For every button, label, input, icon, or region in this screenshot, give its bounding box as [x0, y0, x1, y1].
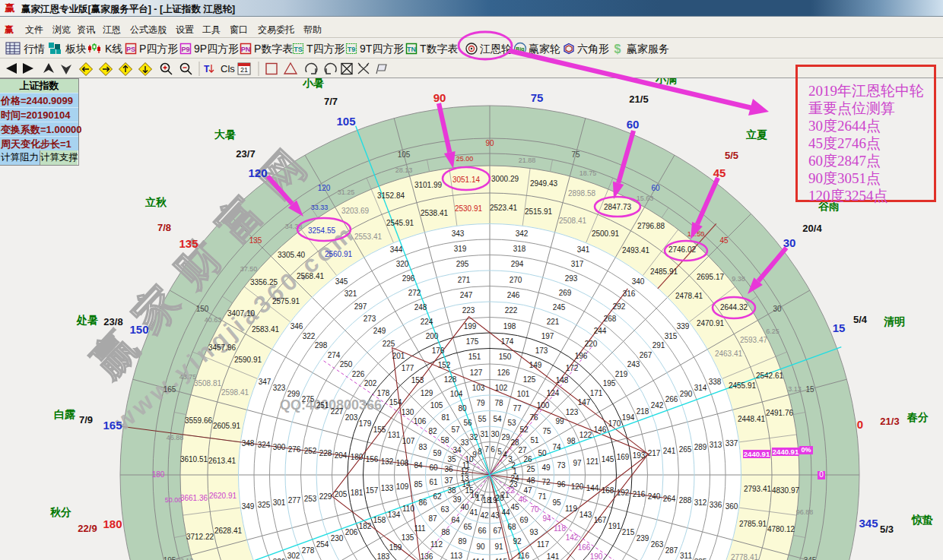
- svg-text:300: 300: [273, 443, 286, 451]
- svg-text:345: 345: [335, 277, 348, 286]
- svg-text:31.25: 31.25: [338, 188, 355, 196]
- svg-text:7: 7: [484, 445, 489, 454]
- svg-text:2746.02: 2746.02: [668, 245, 697, 254]
- svg-text:325: 325: [258, 501, 271, 509]
- svg-text:165: 165: [103, 419, 122, 432]
- svg-text:65: 65: [463, 523, 472, 531]
- svg-text:50: 50: [538, 449, 547, 457]
- svg-text:40: 40: [460, 503, 469, 511]
- svg-text:120: 120: [318, 184, 331, 192]
- svg-text:35: 35: [447, 455, 456, 464]
- svg-text:126: 126: [497, 369, 510, 377]
- svg-text:124: 124: [547, 389, 560, 397]
- svg-text:312: 312: [694, 498, 707, 507]
- svg-text:86: 86: [418, 498, 427, 507]
- svg-text:TN: TN: [407, 46, 416, 53]
- svg-text:81: 81: [441, 413, 450, 422]
- svg-text:87: 87: [428, 514, 437, 523]
- svg-text:180: 180: [103, 517, 122, 530]
- svg-text:$: $: [614, 43, 621, 55]
- svg-text:2590.91: 2590.91: [234, 356, 262, 364]
- svg-text:37.50: 37.50: [240, 265, 258, 273]
- svg-text:3: 3: [508, 455, 513, 464]
- svg-text:191: 191: [608, 522, 621, 530]
- svg-text:129: 129: [421, 389, 433, 397]
- svg-text:2598.41: 2598.41: [221, 388, 249, 397]
- svg-text:5/5: 5/5: [725, 150, 738, 161]
- svg-text:50.00: 50.00: [165, 496, 183, 504]
- svg-text:147: 147: [578, 398, 591, 407]
- svg-text:337: 337: [726, 439, 738, 448]
- svg-text:2491.76: 2491.76: [766, 409, 794, 417]
- svg-text:2542.61: 2542.61: [756, 372, 784, 380]
- svg-text:247: 247: [460, 291, 473, 299]
- svg-text:Cls: Cls: [221, 63, 235, 74]
- svg-text:152: 152: [438, 361, 451, 369]
- svg-text:219: 219: [615, 370, 628, 378]
- svg-text:324: 324: [258, 441, 271, 449]
- svg-text:199: 199: [464, 322, 477, 331]
- svg-text:34: 34: [452, 446, 462, 454]
- svg-text:193: 193: [633, 451, 646, 460]
- svg-text:145: 145: [602, 455, 614, 464]
- svg-text:150: 150: [499, 353, 512, 361]
- svg-text:7/8: 7/8: [157, 222, 171, 233]
- svg-text:113: 113: [450, 552, 462, 560]
- svg-text:30: 30: [773, 305, 782, 313]
- svg-text:25.00: 25.00: [456, 155, 474, 163]
- svg-text:267: 267: [640, 351, 652, 359]
- svg-text:252: 252: [304, 447, 317, 455]
- svg-text:2545.91: 2545.91: [386, 219, 414, 227]
- svg-text:180: 180: [351, 453, 364, 461]
- svg-text:3203.69: 3203.69: [341, 207, 370, 215]
- svg-text:224: 224: [421, 318, 433, 326]
- svg-text:小满: 小满: [655, 78, 677, 85]
- svg-text:59: 59: [433, 449, 442, 457]
- svg-text:46: 46: [518, 495, 527, 504]
- svg-text:320: 320: [396, 260, 409, 268]
- svg-text:174: 174: [501, 337, 514, 346]
- svg-text:97: 97: [573, 459, 582, 467]
- svg-text:105: 105: [398, 150, 411, 159]
- svg-text:2583.41: 2583.41: [252, 325, 280, 334]
- svg-text:2628.41: 2628.41: [214, 527, 243, 535]
- svg-text:49: 49: [541, 464, 551, 472]
- svg-text:75: 75: [542, 427, 551, 435]
- svg-text:120: 120: [571, 482, 584, 491]
- svg-text:75: 75: [571, 150, 580, 159]
- svg-text:惊蛰: 惊蛰: [911, 514, 933, 526]
- svg-text:33: 33: [460, 438, 469, 447]
- svg-text:48: 48: [526, 476, 535, 485]
- svg-text:21/3: 21/3: [880, 416, 899, 427]
- svg-text:183: 183: [377, 552, 390, 560]
- svg-text:3610.51: 3610.51: [180, 455, 208, 464]
- svg-text:249: 249: [373, 327, 386, 335]
- svg-text:5/3: 5/3: [880, 524, 894, 535]
- svg-text:125: 125: [523, 375, 536, 384]
- svg-text:270: 270: [510, 276, 522, 284]
- svg-text:288: 288: [679, 496, 692, 505]
- svg-text:315: 315: [665, 332, 678, 340]
- svg-text:105: 105: [336, 115, 355, 128]
- svg-text:2847.73: 2847.73: [604, 203, 632, 211]
- svg-text:180: 180: [152, 470, 165, 479]
- svg-text:3051.14: 3051.14: [452, 176, 481, 184]
- svg-text:秋分: 秋分: [49, 506, 71, 518]
- svg-text:61: 61: [429, 478, 438, 486]
- svg-text:194: 194: [622, 413, 635, 422]
- svg-text:245: 245: [553, 303, 566, 312]
- svg-text:243: 243: [627, 360, 640, 369]
- svg-text:314: 314: [694, 384, 707, 392]
- svg-text:3407.10: 3407.10: [227, 309, 256, 318]
- svg-text:44: 44: [501, 508, 510, 517]
- svg-text:348: 348: [242, 439, 255, 448]
- svg-text:132: 132: [381, 457, 394, 466]
- svg-text:323: 323: [273, 384, 286, 392]
- svg-text:122: 122: [579, 431, 592, 439]
- svg-text:266: 266: [665, 395, 678, 403]
- svg-text:立夏: 立夏: [745, 128, 767, 141]
- svg-text:269: 269: [559, 289, 572, 297]
- svg-text:71: 71: [538, 492, 547, 501]
- svg-text:103: 103: [472, 384, 485, 392]
- svg-text:40.63: 40.63: [205, 316, 222, 324]
